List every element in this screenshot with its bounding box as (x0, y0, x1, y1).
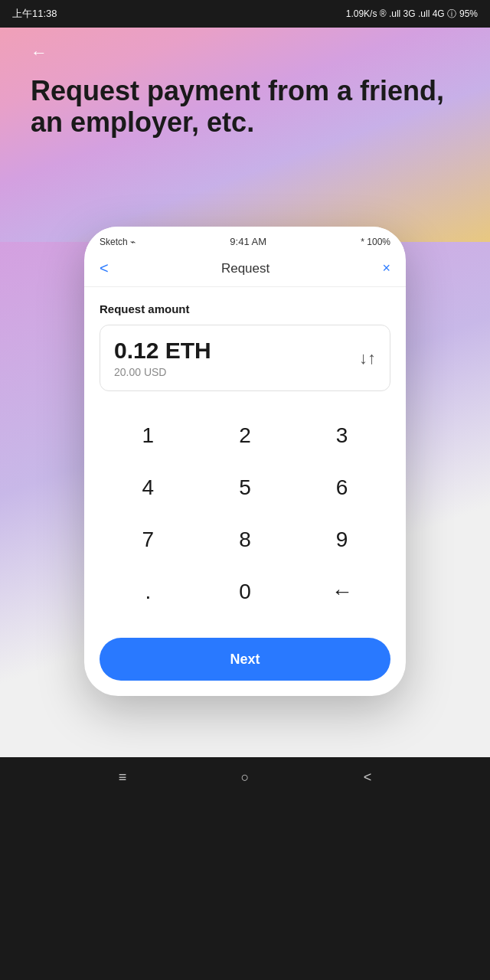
swap-icon[interactable]: ↓↑ (359, 348, 376, 368)
phone-status-left: Sketch ⌁ (100, 237, 136, 247)
numpad-row-2: 4 5 6 (100, 463, 390, 512)
numpad-key-backspace[interactable]: ← (300, 567, 384, 616)
next-button[interactable]: Next (100, 638, 390, 681)
numpad: 1 2 3 4 5 6 7 8 9 . 0 ← (84, 399, 406, 632)
battery-level: 95% (459, 8, 478, 19)
numpad-key-7[interactable]: 7 (106, 515, 190, 564)
back-button[interactable]: ← (31, 43, 47, 63)
phone-nav-title: Request (221, 261, 270, 276)
android-menu-button[interactable]: ≡ (119, 769, 127, 786)
request-amount-label: Request amount (100, 302, 390, 315)
numpad-key-5[interactable]: 5 (203, 463, 287, 512)
status-time: 上午11:38 (12, 7, 57, 21)
numpad-key-0[interactable]: 0 (203, 567, 287, 616)
amount-display: 0.12 ETH 20.00 USD (114, 338, 211, 378)
bottom-spacer (0, 696, 490, 757)
numpad-row-1: 1 2 3 (100, 411, 390, 460)
phone-status-bar: Sketch ⌁ 9:41 AM * 100% (84, 227, 406, 253)
numpad-key-1[interactable]: 1 (106, 411, 190, 460)
numpad-key-6[interactable]: 6 (300, 463, 384, 512)
android-back-button[interactable]: < (364, 769, 372, 786)
android-home-button[interactable]: ○ (241, 769, 250, 786)
amount-eth: 0.12 ETH (114, 338, 211, 363)
numpad-key-9[interactable]: 9 (300, 515, 384, 564)
headline-text: Request payment from a friend, an employ… (31, 75, 459, 139)
phone-status-battery: * 100% (361, 237, 390, 247)
request-section: Request amount 0.12 ETH 20.00 USD ↓↑ (84, 287, 406, 399)
gradient-header: ← Request payment from a friend, an empl… (0, 28, 490, 242)
phone-container: Sketch ⌁ 9:41 AM * 100% < Request × Requ… (0, 242, 490, 696)
amount-usd: 20.00 USD (114, 366, 211, 378)
numpad-row-4: . 0 ← (100, 567, 390, 616)
phone-close-button[interactable]: × (382, 260, 390, 276)
phone-nav-bar: < Request × (84, 253, 406, 287)
numpad-key-4[interactable]: 4 (106, 463, 190, 512)
android-nav-bar: ≡ ○ < (0, 757, 490, 797)
phone-mockup: Sketch ⌁ 9:41 AM * 100% < Request × Requ… (84, 227, 406, 696)
numpad-key-3[interactable]: 3 (300, 411, 384, 460)
numpad-key-decimal[interactable]: . (106, 567, 190, 616)
numpad-row-3: 7 8 9 (100, 515, 390, 564)
next-button-container: Next (84, 632, 406, 696)
network-info: 1.09K/s ® .ull 3G .ull 4G ⓘ (346, 8, 456, 21)
amount-box: 0.12 ETH 20.00 USD ↓↑ (100, 325, 390, 391)
phone-status-time: 9:41 AM (230, 236, 266, 247)
status-bar: 上午11:38 1.09K/s ® .ull 3G .ull 4G ⓘ 95% (0, 0, 490, 28)
phone-back-button[interactable]: < (100, 260, 109, 277)
status-right: 1.09K/s ® .ull 3G .ull 4G ⓘ 95% (346, 8, 478, 21)
numpad-key-2[interactable]: 2 (203, 411, 287, 460)
numpad-key-8[interactable]: 8 (203, 515, 287, 564)
